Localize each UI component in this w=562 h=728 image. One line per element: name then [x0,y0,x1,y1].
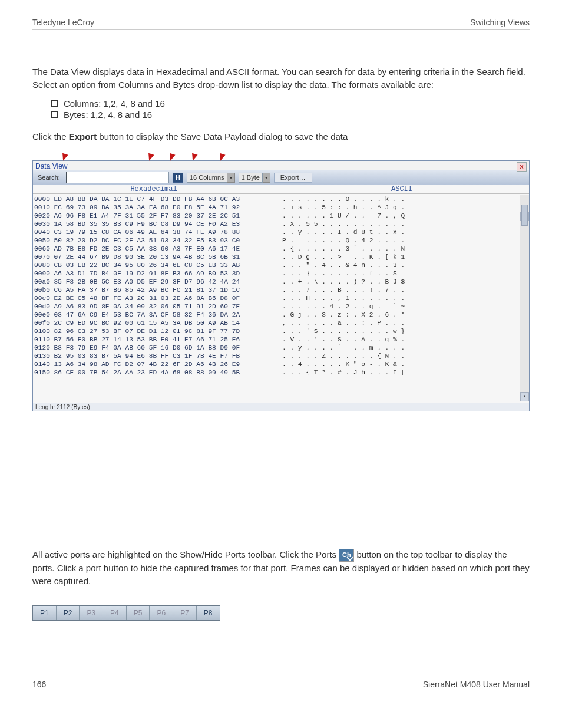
ascii-column[interactable]: . . . . . . . . O . . . . k . . . i s . … [276,195,529,401]
hex-viewer: 0000 ED A8 BB DA DA 1C 1E C7 4F D3 DD FB… [33,194,529,403]
hex-header: Hexadecimal [33,185,275,193]
port-button-p4[interactable]: P4 [103,606,127,620]
columns-dropdown[interactable]: 16 Columns ▾ [187,173,235,183]
dropdown-value: 16 Columns [187,173,227,183]
ports-icon[interactable]: Ch [339,549,354,562]
status-bar: Length: 2112 (Bytes) [33,403,529,411]
panel-title: Data View [33,161,529,170]
scroll-down-icon[interactable]: ▾ [520,392,529,401]
port-button-p7[interactable]: P7 [173,606,197,620]
port-button-p5[interactable]: P5 [127,606,150,620]
page-footer: 166 SierraNet M408 User Manual [32,680,530,689]
bullet-columns: Columns: 1,2, 4, 8 and 16 [51,98,530,108]
chevron-down-icon: ▾ [263,173,270,183]
page-number: 166 [32,680,46,689]
export-button[interactable]: Export… [274,173,312,183]
scrollbar[interactable]: ▴ ▾ [520,195,529,401]
intro-paragraph: The Data View displays data in Hexadecim… [32,65,530,91]
search-label: Search: [35,173,62,182]
ports-paragraph: All active ports are highlighted on the … [32,548,530,588]
data-view-panel: Data View x Search: H 16 Columns ▾ 1 Byt… [32,160,530,411]
header-left: Teledyne LeCroy [32,18,94,27]
scroll-thumb[interactable] [521,205,528,226]
close-icon[interactable]: x [517,162,527,172]
port-button-p1[interactable]: P1 [33,606,57,620]
ports-toolbar: P1 P2 P3 P4 P5 P6 P7 P8 [32,605,220,621]
search-input[interactable] [66,172,169,183]
ascii-header: ASCII [275,185,529,193]
export-bold: Export [69,131,97,141]
export-paragraph: Click the Export button to display the S… [32,130,530,143]
port-button-p6[interactable]: P6 [150,606,173,620]
text-run: Click the [32,131,69,141]
hex-mode-icon[interactable]: H [173,173,183,183]
text-run: button to display the Save Data Payload … [97,131,348,141]
chevron-down-icon: ▾ [227,173,235,183]
text-run: All active ports are highlighted on the … [32,549,339,559]
data-view-toolbar: Search: H 16 Columns ▾ 1 Byte ▾ Export… [33,170,529,185]
bytes-dropdown[interactable]: 1 Byte ▾ [239,173,270,183]
port-button-p2[interactable]: P2 [57,606,80,620]
section-gap [32,435,530,541]
port-button-p8[interactable]: P8 [197,606,220,620]
bullet-text: Columns: 1,2, 4, 8 and 16 [64,98,165,108]
checkbox-icon [51,100,58,107]
header-right: Switching Views [470,18,530,27]
doc-title: SierraNet M408 User Manual [423,680,530,689]
page-header: Teledyne LeCroy Switching Views [32,18,530,30]
format-bullets: Columns: 1,2, 4, 8 and 16 Bytes: 1,2, 4,… [51,98,530,120]
dropdown-value: 1 Byte [239,173,263,183]
column-headers: Hexadecimal ASCII [33,185,529,194]
checkbox-icon [51,111,58,118]
hex-column[interactable]: 0000 ED A8 BB DA DA 1C 1E C7 4F D3 DD FB… [34,195,276,401]
port-button-p3[interactable]: P3 [80,606,103,620]
bullet-text: Bytes: 1,2, 4, 8 and 16 [64,110,152,120]
bullet-bytes: Bytes: 1,2, 4, 8 and 16 [51,110,530,120]
